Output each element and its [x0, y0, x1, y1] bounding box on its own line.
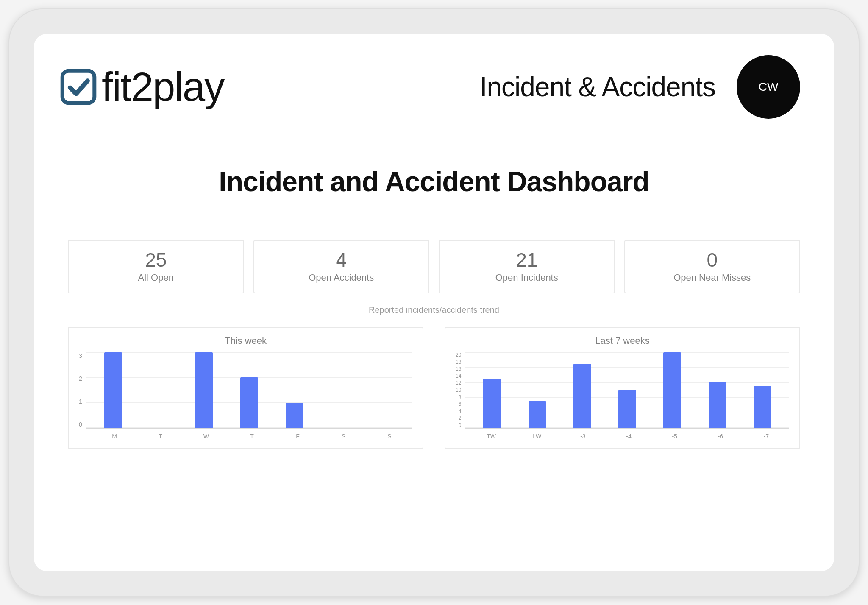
- bar: [483, 379, 501, 428]
- bar-slot: [560, 352, 605, 428]
- y-tick: 6: [459, 401, 462, 407]
- bar: [618, 390, 636, 428]
- bar-slot: [91, 352, 136, 428]
- y-tick: 1: [79, 398, 82, 405]
- bars: [86, 352, 412, 428]
- svg-rect-0: [62, 71, 95, 103]
- device-frame: fit2play Incident & Accidents CW Inciden…: [8, 8, 860, 597]
- chart-last-7-weeks: Last 7 weeks 20181614121086420 TWLW-3-4-…: [445, 327, 800, 449]
- avatar-initials: CW: [759, 80, 779, 94]
- y-tick: 2: [79, 375, 82, 382]
- trend-title: Reported incidents/accidents trend: [59, 305, 809, 315]
- x-tick: S: [367, 433, 412, 440]
- chart-title: Last 7 weeks: [456, 335, 789, 346]
- app-screen: fit2play Incident & Accidents CW Inciden…: [34, 34, 834, 571]
- y-tick: 18: [456, 360, 461, 365]
- stat-value: 0: [629, 248, 796, 271]
- chart-plot: [86, 352, 412, 429]
- x-axis: TWLW-3-4-5-6-7: [456, 433, 789, 440]
- y-axis: 3210: [79, 352, 86, 429]
- stat-value: 25: [73, 248, 239, 271]
- y-tick: 8: [459, 395, 462, 400]
- bar-slot: [136, 352, 181, 428]
- chart-this-week: This week 3210 MTWTFSS: [68, 327, 423, 449]
- logo: fit2play: [59, 64, 224, 110]
- bar-slot: [363, 352, 408, 428]
- bar: [709, 382, 726, 428]
- bar: [754, 386, 771, 428]
- y-tick: 10: [456, 388, 461, 393]
- x-tick: -7: [743, 433, 789, 440]
- y-tick: 3: [79, 352, 82, 359]
- stat-label: Open Incidents: [444, 272, 610, 283]
- y-tick: 14: [456, 374, 461, 379]
- x-tick: LW: [514, 433, 560, 440]
- x-tick: -3: [560, 433, 606, 440]
- y-tick: 16: [456, 366, 461, 371]
- stat-label: Open Near Misses: [629, 272, 796, 283]
- stat-value: 21: [444, 248, 610, 271]
- y-axis: 20181614121086420: [456, 352, 465, 429]
- stat-card-open-near-misses[interactable]: 0 Open Near Misses: [624, 240, 801, 293]
- stat-card-open-accidents[interactable]: 4 Open Accidents: [253, 240, 430, 293]
- chart-title: This week: [79, 335, 412, 346]
- x-tick: W: [183, 433, 229, 440]
- bar: [286, 403, 303, 428]
- logo-text: fit2play: [102, 64, 224, 110]
- bar-slot: [181, 352, 227, 428]
- avatar[interactable]: CW: [737, 55, 800, 119]
- x-tick: -4: [606, 433, 651, 440]
- bar-slot: [272, 352, 317, 428]
- bar-slot: [227, 352, 272, 428]
- x-tick: TW: [468, 433, 514, 440]
- chart-body: 20181614121086420: [456, 352, 789, 429]
- bar: [240, 377, 258, 428]
- dashboard-title: Incident and Accident Dashboard: [59, 165, 809, 198]
- y-tick: 20: [456, 352, 461, 357]
- stats-row: 25 All Open 4 Open Accidents 21 Open Inc…: [59, 240, 809, 293]
- x-tick: T: [137, 433, 183, 440]
- bar-slot: [605, 352, 650, 428]
- bar-slot: [695, 352, 740, 428]
- stat-card-open-incidents[interactable]: 21 Open Incidents: [439, 240, 615, 293]
- bar-slot: [515, 352, 560, 428]
- bar-slot: [740, 352, 785, 428]
- bar: [573, 364, 591, 428]
- bars: [465, 352, 789, 428]
- y-tick: 4: [459, 409, 462, 414]
- x-tick: M: [92, 433, 137, 440]
- bar: [529, 401, 546, 428]
- stat-label: All Open: [73, 272, 239, 283]
- x-tick: F: [275, 433, 321, 440]
- bar: [195, 352, 213, 428]
- x-tick: -5: [652, 433, 698, 440]
- x-tick: S: [321, 433, 367, 440]
- y-tick: 0: [79, 421, 82, 428]
- chart-body: 3210: [79, 352, 412, 429]
- checkbox-icon: [59, 68, 97, 106]
- bar-slot: [650, 352, 695, 428]
- x-tick: -6: [698, 433, 743, 440]
- bar: [104, 352, 122, 428]
- x-axis: MTWTFSS: [79, 433, 412, 440]
- bar-slot: [470, 352, 515, 428]
- x-tick: T: [229, 433, 275, 440]
- stat-card-all-open[interactable]: 25 All Open: [68, 240, 244, 293]
- y-tick: 0: [459, 423, 462, 428]
- page-title: Incident & Accidents: [480, 71, 715, 103]
- y-tick: 12: [456, 380, 461, 385]
- header: fit2play Incident & Accidents CW: [59, 55, 809, 119]
- bar: [663, 352, 681, 428]
- stat-label: Open Accidents: [259, 272, 425, 283]
- chart-plot: [465, 352, 789, 429]
- y-tick: 2: [459, 415, 462, 421]
- bar-slot: [317, 352, 363, 428]
- stat-value: 4: [259, 248, 425, 271]
- charts-row: This week 3210 MTWTFSS Last 7 weeks 2018…: [59, 327, 809, 449]
- header-right: Incident & Accidents CW: [480, 55, 800, 119]
